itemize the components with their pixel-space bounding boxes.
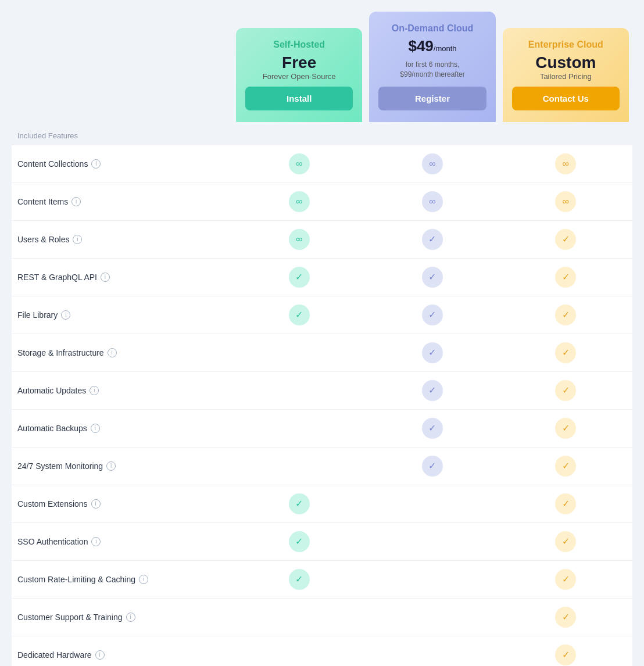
check-icon: ✓ [555, 229, 576, 250]
feature-name-0: Content Collectionsi [12, 159, 232, 169]
plan-card-self-hosted: Self-Hosted Free Forever Open-Source Ins… [236, 28, 362, 122]
feature-name-8: 24/7 System Monitoringi [12, 461, 232, 471]
feature-name-6: Automatic Updatesi [12, 386, 232, 395]
feature-cell-enterprise: ✓ [499, 531, 632, 552]
feature-name-10: SSO Authenticationi [12, 537, 232, 546]
table-header: Self-Hosted Free Forever Open-Source Ins… [12, 12, 632, 122]
feature-cell-self-hosted: ✓ [232, 531, 366, 552]
plan-name-on-demand: On-Demand Cloud [378, 23, 486, 34]
feature-cell-self-hosted: ∞ [232, 191, 366, 212]
feature-name-13: Dedicated Hardwarei [12, 650, 232, 660]
feature-row: 24/7 System Monitoringi✓✓ [12, 447, 632, 485]
info-icon[interactable]: i [90, 386, 99, 395]
feature-cell-on-demand: ✓ [366, 418, 499, 439]
feature-cell-enterprise: ✓ [499, 229, 632, 250]
feature-cell-on-demand: ∞ [366, 191, 499, 212]
check-icon: ✓ [422, 456, 443, 477]
plan-price-enterprise: Custom [512, 53, 620, 72]
contact-button-top[interactable]: Contact Us [512, 87, 620, 110]
check-icon: ✓ [289, 531, 310, 552]
check-icon: ✓ [555, 644, 576, 665]
info-icon[interactable]: i [91, 424, 100, 433]
check-icon: ✓ [422, 229, 443, 250]
infinity-icon: ∞ [289, 153, 310, 174]
info-icon[interactable]: i [91, 159, 101, 169]
check-icon: ✓ [422, 380, 443, 401]
feature-row: Storage & Infrastructurei✓✓ [12, 334, 632, 371]
feature-cell-on-demand: ✓ [366, 380, 499, 401]
info-icon[interactable]: i [101, 273, 110, 282]
section-label-row: Included Features [12, 122, 632, 145]
feature-row: REST & GraphQL APIi✓✓✓ [12, 258, 632, 296]
check-icon: ✓ [555, 607, 576, 628]
on-demand-price-block: $49/month [378, 37, 486, 60]
check-icon: ✓ [289, 267, 310, 288]
info-icon[interactable]: i [91, 537, 101, 546]
feature-cell-on-demand: ✓ [366, 229, 499, 250]
feature-cell-on-demand: ✓ [366, 267, 499, 288]
feature-cell-enterprise: ✓ [499, 493, 632, 514]
plan-name-self-hosted: Self-Hosted [245, 40, 353, 50]
check-icon: ✓ [289, 305, 310, 325]
plan-name-enterprise: Enterprise Cloud [512, 40, 620, 50]
features-section: Content Collectionsi∞∞∞Content Itemsi∞∞∞… [12, 145, 632, 666]
feature-cell-enterprise: ∞ [499, 191, 632, 212]
info-icon[interactable]: i [73, 235, 82, 244]
info-icon[interactable]: i [106, 461, 116, 471]
info-icon[interactable]: i [71, 197, 81, 206]
feature-cell-self-hosted: ✓ [232, 569, 366, 590]
feature-cell-self-hosted: ∞ [232, 153, 366, 174]
info-icon[interactable]: i [95, 650, 105, 660]
info-icon[interactable]: i [91, 499, 101, 509]
feature-name-3: REST & GraphQL APIi [12, 273, 232, 282]
feature-row: SSO Authenticationi✓✓ [12, 522, 632, 560]
feature-name-4: File Libraryi [12, 310, 232, 320]
feature-cell-enterprise: ✓ [499, 305, 632, 325]
check-icon: ✓ [422, 305, 443, 325]
feature-cell-enterprise: ✓ [499, 644, 632, 665]
info-icon[interactable]: i [61, 310, 70, 320]
info-icon[interactable]: i [126, 613, 135, 622]
feature-cell-on-demand: ∞ [366, 153, 499, 174]
feature-cell-enterprise: ✓ [499, 569, 632, 590]
feature-cell-enterprise: ✓ [499, 267, 632, 288]
feature-cell-enterprise: ✓ [499, 380, 632, 401]
feature-name-12: Customer Support & Trainingi [12, 613, 232, 622]
feature-row: Custom Extensionsi✓✓ [12, 485, 632, 522]
plan-price-sub-self-hosted: Forever Open-Source [245, 72, 353, 81]
check-icon: ✓ [289, 569, 310, 590]
feature-cell-self-hosted: ✓ [232, 305, 366, 325]
included-features-label: Included Features [12, 131, 232, 140]
feature-name-5: Storage & Infrastructurei [12, 348, 232, 357]
feature-name-9: Custom Extensionsi [12, 499, 232, 509]
plan-card-enterprise: Enterprise Cloud Custom Tailored Pricing… [503, 28, 629, 122]
check-icon: ✓ [289, 493, 310, 514]
check-icon: ✓ [422, 418, 443, 439]
feature-cell-self-hosted: ✓ [232, 267, 366, 288]
check-icon: ✓ [555, 418, 576, 439]
check-icon: ✓ [555, 305, 576, 325]
install-button-top[interactable]: Install [245, 87, 353, 110]
feature-row: Content Collectionsi∞∞∞ [12, 145, 632, 182]
check-icon: ✓ [555, 493, 576, 514]
infinity-icon: ∞ [289, 229, 310, 250]
feature-row: Automatic Updatesi✓✓ [12, 371, 632, 409]
feature-cell-enterprise: ✓ [499, 607, 632, 628]
feature-cell-on-demand: ✓ [366, 342, 499, 363]
check-icon: ✓ [422, 342, 443, 363]
feature-row: Automatic Backupsi✓✓ [12, 409, 632, 447]
info-icon[interactable]: i [108, 348, 117, 357]
feature-row: Dedicated Hardwarei✓ [12, 636, 632, 666]
infinity-icon: ∞ [422, 153, 443, 174]
register-button-top[interactable]: Register [378, 87, 486, 110]
feature-name-7: Automatic Backupsi [12, 424, 232, 433]
check-icon: ✓ [555, 569, 576, 590]
plan-price-self-hosted: Free [245, 53, 353, 72]
feature-cell-self-hosted: ✓ [232, 493, 366, 514]
feature-name-1: Content Itemsi [12, 197, 232, 206]
info-icon[interactable]: i [139, 575, 148, 584]
feature-name-11: Custom Rate-Limiting & Cachingi [12, 575, 232, 584]
feature-row: Users & Rolesi∞✓✓ [12, 220, 632, 258]
feature-name-2: Users & Rolesi [12, 235, 232, 244]
check-icon: ✓ [555, 456, 576, 477]
